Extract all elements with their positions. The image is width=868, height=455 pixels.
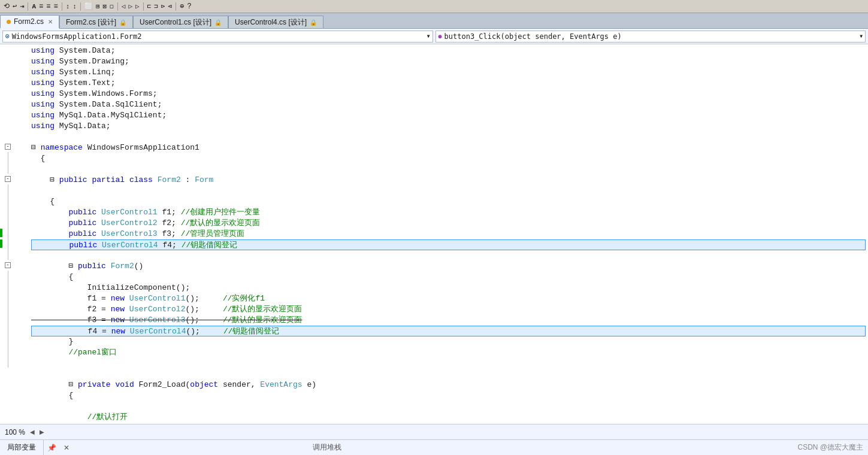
class-icon: ⊙ [5,32,10,40]
collapse-gutter: - - [4,44,12,424]
debug-panel: 局部变量 📌 ✕ 调用堆栈 CSDN @德宏大魔主 [0,439,868,455]
code-line-blank [31,358,866,369]
toolbar-icon-8[interactable]: ↕ [65,3,71,10]
zoom-level: 100 % [5,428,25,436]
code-line: } [31,336,866,347]
code-line: using System.Text; [31,78,866,89]
code-line: public UserControl2 f2; //默认的显示欢迎页面 [31,218,866,229]
tab-form2cs-label: Form2.cs [14,17,44,26]
code-line: ⊟ public Form2() [31,261,866,272]
code-line: f1 = new UserControl1(); //实例化f1 [31,293,866,304]
code-line: { [31,196,866,207]
toolbar-icon-17[interactable]: ⊏ [146,2,153,10]
code-editor[interactable]: - - [0,44,868,424]
locals-panel: 100 % ◀ ▶ [0,424,868,439]
method-dropdown[interactable]: ● button3_Click(object sender, EventArgs… [435,31,866,43]
code-line: { [31,272,866,283]
method-dropdown-arrow: ▼ [860,34,863,39]
toolbar-icon-21[interactable]: ⊕ [179,2,185,11]
toolbar-icon-12[interactable]: ⊠ [102,2,108,10]
toolbar-icon-16[interactable]: ▷ [134,2,141,10]
method-icon: ● [438,33,442,40]
code-line: { [31,153,866,164]
code-content[interactable]: using System.Data; using System.Drawing;… [29,44,868,424]
tab-close-icon[interactable]: ✕ [48,19,53,25]
locals-tab[interactable]: 局部变量 [0,440,44,455]
close-panel-icon[interactable]: ✕ [60,441,73,454]
code-line-blank [31,401,866,412]
tab-form2design-label: Form2.cs [设计] [66,17,116,28]
toolbar: ⟲ ↩ ⇥ A ≡ ≡ ≡ ↕ ↕ ⬜ ⊞ ⊠ ◻ ◁ ▷ ▷ ⊏ ⊐ ⊳ ⊲ … [0,0,868,13]
collapse-constructor[interactable]: - [4,260,12,271]
toolbar-icon-13[interactable]: ◻ [108,2,115,10]
collapse-namespace[interactable]: - [4,141,12,152]
code-line-highlighted: public UserControl4 f4; //钥匙借阅登记 [31,239,866,250]
class-dropdown[interactable]: ⊙ WindowsFormsApplication1.Form2 ▼ [2,31,433,43]
toolbar-icon-15[interactable]: ▷ [127,2,134,10]
toolbar-sep-1 [28,2,28,11]
watermark: CSDN @德宏大魔主 [797,442,863,453]
code-line: using System.Linq; [31,67,866,78]
code-line: //panel窗口 [31,347,866,358]
tab-form2cs[interactable]: Form2.cs ✕ [0,15,59,29]
tab-usercontrol1design[interactable]: UserControl1.cs [设计] 🔒 [133,16,228,28]
zoom-increase[interactable]: ▶ [40,429,44,435]
toolbar-icon-2[interactable]: ↩ [11,2,18,11]
toolbar-icon-11[interactable]: ⊞ [95,2,101,10]
code-line-highlighted2: f4 = new UserControl4(); //钥匙借阅登记 [31,326,866,336]
code-line: //默认打开 [31,412,866,423]
tab-usercontrol1design-label: UserControl1.cs [设计] [140,17,211,28]
lock-icon-2: 🔒 [214,19,222,26]
line-numbers [12,44,29,424]
lock-icon-1: 🔒 [119,19,126,26]
code-line: using MySql.Data; [31,121,866,132]
code-line-blank [31,369,866,380]
toolbar-icon-19[interactable]: ⊳ [160,2,167,10]
toolbar-icon-14[interactable]: ◁ [120,2,127,10]
code-line: using MySql.Data.MySqlClient; [31,110,866,121]
toolbar-icon-9[interactable]: ↕ [71,3,78,10]
nav-bar: ⊙ WindowsFormsApplication1.Form2 ▼ ● but… [0,29,868,44]
code-line: using System.Data.SqlClient; [31,99,866,110]
collapse-class[interactable]: - [4,174,12,184]
toolbar-icon-4[interactable]: A [31,3,37,10]
pin-icon[interactable]: 📌 [44,441,60,454]
code-line-blank [31,250,866,261]
code-line: InitializeComponent(); [31,283,866,293]
toolbar-sep-4 [117,2,118,11]
toolbar-sep-3 [80,2,81,11]
toolbar-icon-6[interactable]: ≡ [45,2,52,11]
toolbar-icon-3[interactable]: ⇥ [19,2,25,11]
toolbar-icon-10[interactable]: ⬜ [83,2,94,10]
code-line: using System.Windows.Forms; [31,89,866,99]
method-dropdown-value: button3_Click(object sender, EventArgs e… [444,32,622,41]
toolbar-icon-7[interactable]: ≡ [52,2,59,11]
tab-bar: Form2.cs ✕ Form2.cs [设计] 🔒 UserControl1.… [0,13,868,29]
toolbar-icon-20[interactable]: ⊲ [167,2,174,10]
toolbar-icon-1[interactable]: ⟲ [2,2,11,11]
code-line: { [31,390,866,401]
toolbar-sep-5 [143,2,144,11]
tab-usercontrol4design[interactable]: UserControl4.cs [设计] 🔒 [228,16,323,28]
code-line-blank [31,132,866,142]
code-line-strikethrough: f3 = new UserControl3(); //默认的显示欢迎页面 [31,315,866,326]
code-line-blank [31,164,866,175]
code-line: ⊟ public partial class Form2 : Form [31,175,866,186]
callstack-label: 调用堆栈 [313,442,341,453]
modified-dot [7,20,11,24]
code-line: ⊟ private void Form2_Load(object sender,… [31,380,866,390]
code-line: ⊟ namespace WindowsFormsApplication1 [31,142,866,153]
code-line: public UserControl3 f3; //管理员管理页面 [31,229,866,239]
toolbar-icon-22[interactable]: ? [186,2,192,11]
code-line: f2 = new UserControl2(); //默认的显示欢迎页面 [31,304,866,315]
toolbar-icon-18[interactable]: ⊐ [153,2,159,10]
tab-form2design[interactable]: Form2.cs [设计] 🔒 [59,16,133,28]
code-line: using System.Drawing; [31,56,866,67]
toolbar-icon-5[interactable]: ≡ [38,2,44,11]
code-line: using System.Data; [31,46,866,56]
code-line: public UserControl1 f1; //创建用户控件一变量 [31,207,866,218]
toolbar-sep-2 [62,2,62,11]
zoom-decrease[interactable]: ◀ [30,429,35,435]
lock-icon-3: 🔒 [310,19,317,26]
class-dropdown-arrow: ▼ [427,34,430,39]
